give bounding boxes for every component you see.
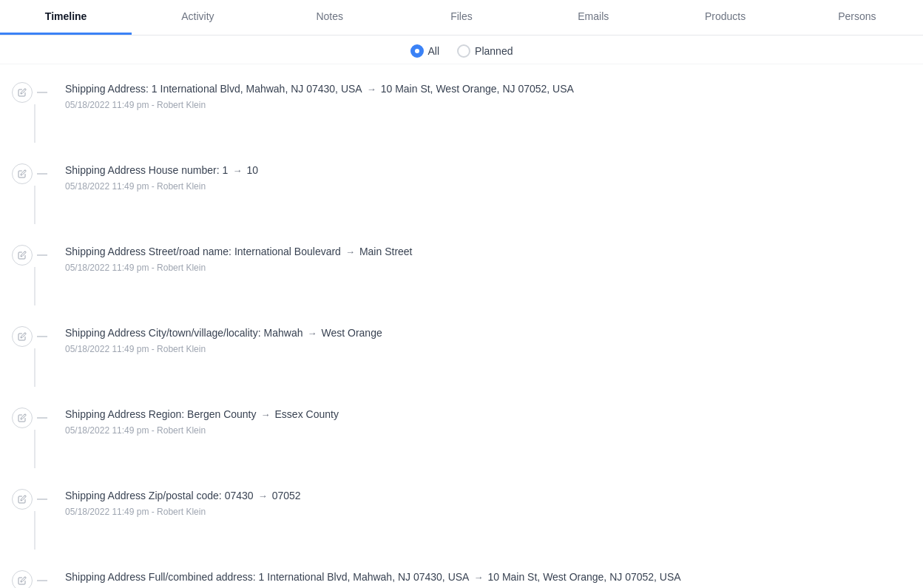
field-value-old: Bergen County [187, 408, 256, 422]
vertical-connector [34, 430, 36, 468]
entry-meta: 05/18/2022 11:49 pm - Robert Klein [65, 425, 923, 436]
field-name: Shipping Address City/town/village/local… [65, 326, 261, 341]
field-name: Shipping Address House number: [65, 163, 220, 178]
entry-meta: 05/18/2022 11:49 pm - Robert Klein [65, 181, 923, 192]
timeline-line-col [0, 82, 59, 143]
tab-timeline[interactable]: Timeline [0, 0, 132, 35]
timeline-line-col [0, 163, 59, 224]
field-value-old: 1 [223, 163, 229, 178]
entry-content: Shipping Address: 1 International Blvd, … [59, 82, 923, 110]
entry-title: Shipping Address House number: 1 → 10 [65, 163, 923, 178]
entry-title: Shipping Address: 1 International Blvd, … [65, 82, 923, 97]
timeline-line-col [0, 245, 59, 305]
dash-line [37, 336, 47, 337]
dash-line [37, 417, 47, 419]
field-name: Shipping Address Region: [65, 408, 184, 422]
field-value-new: 10 Main St, West Orange, NJ 07052, USA [487, 570, 680, 585]
vertical-connector [34, 104, 36, 143]
timeline-entry: Shipping Address: 1 International Blvd, … [0, 76, 923, 158]
edit-icon[interactable] [12, 163, 33, 184]
timeline-line-col [0, 326, 59, 387]
field-value-old: Mahwah [264, 326, 303, 341]
edit-icon[interactable] [12, 245, 33, 266]
field-name: Shipping Address Zip/postal code: [65, 489, 222, 504]
timeline-icon-row [12, 82, 47, 103]
entry-meta: 05/18/2022 11:49 pm - Robert Klein [65, 263, 923, 273]
dash-line [37, 254, 47, 256]
edit-icon[interactable] [12, 82, 33, 103]
entry-title: Shipping Address Region: Bergen County →… [65, 408, 923, 422]
tab-emails[interactable]: Emails [527, 0, 659, 35]
tab-persons[interactable]: Persons [791, 0, 923, 35]
arrow-icon: → [345, 246, 355, 259]
entry-title: Shipping Address City/town/village/local… [65, 326, 923, 341]
timeline-entry: Shipping Address Street/road name: Inter… [0, 239, 923, 320]
entry-meta: 05/18/2022 11:49 pm - Robert Klein [65, 507, 923, 517]
arrow-icon: → [473, 571, 483, 584]
arrow-icon: → [367, 83, 376, 96]
timeline-icon-row [12, 326, 47, 347]
field-value-old: 1 International Blvd, Mahwah, NJ 07430, … [152, 82, 362, 97]
field-name: Shipping Address Full/combined address: [65, 570, 256, 585]
entry-content: Shipping Address City/town/village/local… [59, 326, 923, 354]
arrow-icon: → [232, 164, 242, 178]
arrow-icon: → [308, 327, 317, 340]
timeline-entry: Shipping Address City/town/village/local… [0, 320, 923, 402]
entry-content: Shipping Address Region: Bergen County →… [59, 408, 923, 436]
tab-files[interactable]: Files [396, 0, 527, 35]
edit-icon[interactable] [12, 570, 33, 588]
field-value-new: Essex County [275, 408, 339, 422]
timeline-icon-row [12, 489, 47, 510]
edit-icon[interactable] [12, 326, 33, 347]
timeline-entry: Shipping Address Zip/postal code: 07430 … [0, 483, 923, 564]
field-value-new: West Orange [322, 326, 382, 341]
filter-row: All Planned [0, 36, 923, 64]
vertical-connector [34, 511, 36, 550]
entry-title: Shipping Address Zip/postal code: 07430 … [65, 489, 923, 504]
entry-meta: 05/18/2022 11:49 pm - Robert Klein [65, 100, 923, 110]
edit-icon[interactable] [12, 489, 33, 510]
edit-icon[interactable] [12, 408, 33, 428]
entry-content: Shipping Address Zip/postal code: 07430 … [59, 489, 923, 517]
dash-line [37, 499, 47, 500]
field-value-old: 1 International Blvd, Mahwah, NJ 07430, … [259, 570, 470, 585]
radio-all-circle [410, 44, 424, 58]
field-name: Shipping Address Street/road name: [65, 245, 231, 260]
timeline-icon-row [12, 245, 47, 266]
entry-title: Shipping Address Street/road name: Inter… [65, 245, 923, 260]
field-value-new: 07052 [272, 489, 301, 504]
entry-content: Shipping Address Street/road name: Inter… [59, 245, 923, 273]
field-value-new: Main Street [359, 245, 413, 260]
timeline-icon-row [12, 163, 47, 184]
dash-line [37, 173, 47, 175]
timeline-entry: Shipping Address House number: 1 → 10 05… [0, 158, 923, 239]
timeline-icon-row [12, 570, 47, 588]
filter-all[interactable]: All [410, 44, 440, 58]
field-name: Shipping Address: [65, 82, 149, 97]
tab-notes[interactable]: Notes [264, 0, 396, 35]
timeline-container: Shipping Address: 1 International Blvd, … [0, 64, 923, 588]
vertical-connector [34, 348, 36, 387]
timeline-line-col [0, 408, 59, 468]
arrow-icon: → [261, 408, 271, 422]
vertical-connector [34, 267, 36, 305]
entry-content: Shipping Address House number: 1 → 10 05… [59, 163, 923, 192]
timeline-line-col [0, 489, 59, 550]
field-value-old: 07430 [225, 489, 254, 504]
dash-line [37, 580, 47, 581]
entry-title: Shipping Address Full/combined address: … [65, 570, 923, 585]
entry-content: Shipping Address Full/combined address: … [59, 570, 923, 588]
field-value-new: 10 Main St, West Orange, NJ 07052, USA [381, 82, 574, 97]
timeline-line-col [0, 570, 59, 588]
timeline-entry: Shipping Address Region: Bergen County →… [0, 402, 923, 483]
tab-bar: Timeline Activity Notes Files Emails Pro… [0, 0, 923, 36]
dash-line [37, 92, 47, 93]
filter-planned[interactable]: Planned [457, 44, 513, 58]
entry-meta: 05/18/2022 11:49 pm - Robert Klein [65, 344, 923, 354]
tab-activity[interactable]: Activity [132, 0, 263, 35]
field-value-new: 10 [246, 163, 258, 178]
tab-products[interactable]: Products [659, 0, 791, 35]
arrow-icon: → [258, 490, 268, 503]
field-value-old: International Boulevard [234, 245, 341, 260]
vertical-connector [34, 186, 36, 224]
